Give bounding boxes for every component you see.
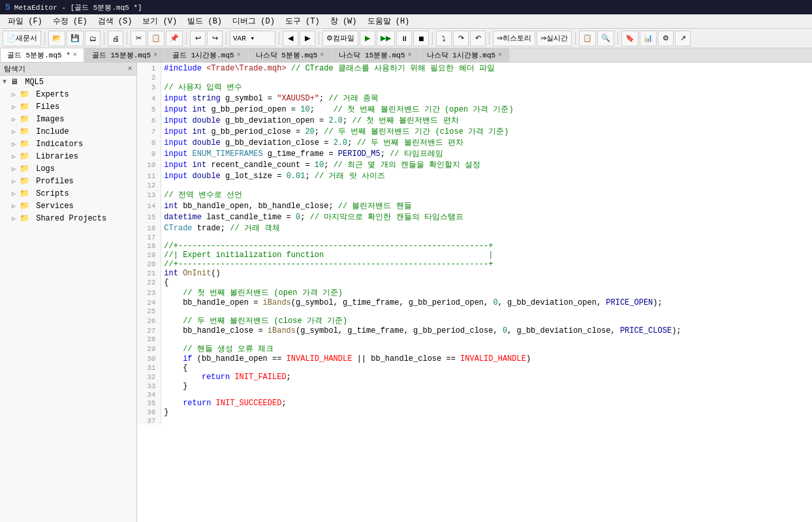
table-row: 25 <box>137 307 812 315</box>
tab-2[interactable]: 골드 1시간봉.mq5 × <box>165 48 248 62</box>
save-button[interactable]: 💾 <box>67 31 84 46</box>
open-button[interactable]: 📂 <box>48 31 65 46</box>
tab-1[interactable]: 골드 15분봉.mq5 × <box>85 48 164 62</box>
line-code <box>161 74 812 82</box>
menu-debug[interactable]: 디버그 (D) <box>227 14 280 28</box>
tab-3[interactable]: 나스닥 5분봉.mq5 × <box>249 48 332 62</box>
more-button[interactable]: 📊 <box>640 31 657 46</box>
run-button[interactable]: ▶ <box>360 31 375 46</box>
line-number: 14 <box>137 200 161 211</box>
search2-button[interactable]: 🔍 <box>597 31 614 46</box>
line-code: // 핸들 생성 오류 체크 <box>161 343 812 354</box>
sidebar-item-profiles[interactable]: ▷📁 Profiles <box>0 175 136 187</box>
sidebar-item-logs[interactable]: ▷📁 Logs <box>0 162 136 175</box>
title-bar: 5 MetaEditor - [골드 5분봉.mq5 *] <box>0 0 812 14</box>
sidebar-item-include[interactable]: ▷📁 Include <box>0 125 136 138</box>
tab-close-1[interactable]: × <box>153 52 157 59</box>
line-code: { <box>161 363 812 373</box>
next-button[interactable]: ▶ <box>300 31 315 46</box>
sidebar-item-services[interactable]: ▷📁 Services <box>0 200 136 212</box>
sidebar-close-button[interactable]: × <box>127 64 133 74</box>
line-code: input double g_bb_deviation_open = 2.0; … <box>161 115 812 126</box>
menu-edit[interactable]: 수정 (E) <box>48 14 93 28</box>
line-code: input int recent_candle_count = 10; // 최… <box>161 159 812 170</box>
line-number: 24 <box>137 298 161 307</box>
table-row: 21int OnInit() <box>137 269 812 278</box>
prev-button[interactable]: ◀ <box>283 31 298 46</box>
line-code: CTrade trade; // 거래 객체 <box>161 223 812 234</box>
sidebar-item-libraries[interactable]: ▷📁 Libraries <box>0 150 136 162</box>
step-over-button[interactable]: ↷ <box>453 31 469 46</box>
line-number: 36 <box>137 408 161 417</box>
menu-build[interactable]: 빌드 (B) <box>182 14 227 28</box>
menu-search[interactable]: 검색 (S) <box>93 14 138 28</box>
step-button[interactable]: ⤵ <box>436 31 452 46</box>
print-button[interactable]: 🖨 <box>108 31 123 46</box>
new-doc-button[interactable]: 📄 새문서 <box>3 31 41 46</box>
paste-button[interactable]: 📌 <box>166 31 183 46</box>
redo-button[interactable]: ↪ <box>207 31 223 46</box>
line-number: 16 <box>137 223 161 234</box>
line-code: bb_handle_open = iBands(g_symbol, g_time… <box>161 298 812 307</box>
tab-close-3[interactable]: × <box>320 52 324 59</box>
tab-0[interactable]: 골드 5분봉.mq5 * × <box>0 48 84 63</box>
menu-file[interactable]: 파일 (F) <box>3 14 48 28</box>
toolbar-separator-7 <box>319 32 319 45</box>
menu-tools[interactable]: 도구 (T) <box>280 14 325 28</box>
table-row: 20//+-----------------------------------… <box>137 260 812 269</box>
tab-close-5[interactable]: × <box>498 52 502 59</box>
toolbar-separator-2 <box>104 32 104 45</box>
menu-view[interactable]: 보기 (V) <box>137 14 182 28</box>
table-row: 26 // 두 번째 볼린저밴드 (close 가격 기준) <box>137 315 812 326</box>
sidebar-item-images[interactable]: ▷📁 Images <box>0 113 136 125</box>
line-number: 23 <box>137 287 161 298</box>
share-button[interactable]: ↗ <box>675 31 691 46</box>
sidebar-item-experts[interactable]: ▷📁 Experts <box>0 88 136 100</box>
history-icon: ⇒ <box>497 34 503 42</box>
sidebar-item-scripts[interactable]: ▷📁 Scripts <box>0 187 136 200</box>
menu-window[interactable]: 창 (W) <box>325 14 362 28</box>
line-code: int bb_handle_open, bb_handle_close; // … <box>161 200 812 211</box>
table-row: 7input int g_bb_period_close = 20; // 두 … <box>137 126 812 137</box>
cut-button[interactable]: ✂ <box>131 31 146 46</box>
copy2-button[interactable]: 📋 <box>579 31 596 46</box>
step-back-button[interactable]: ↶ <box>470 31 486 46</box>
realtime-button[interactable]: ⇒ 실시간 <box>537 31 572 46</box>
menu-help[interactable]: 도움말 (H) <box>362 14 415 28</box>
sidebar-item-mql5[interactable]: ▼🖥 MQL5 <box>0 76 136 88</box>
pause-button[interactable]: ⏸ <box>396 31 412 46</box>
history-button[interactable]: ⇒ 히스토리 <box>493 31 535 46</box>
table-row: 27 bb_handle_close = iBands(g_symbol, g_… <box>137 326 812 335</box>
line-number: 7 <box>137 126 161 137</box>
table-row: 32 return INIT_FAILED; <box>137 373 812 382</box>
tab-close-0[interactable]: × <box>73 52 77 59</box>
sidebar-item-indicators[interactable]: ▷📁 Indicators <box>0 138 136 150</box>
line-number: 27 <box>137 326 161 335</box>
undo-button[interactable]: ↩ <box>190 31 206 46</box>
copy-button[interactable]: 📋 <box>148 31 164 46</box>
line-code: #include <Trade\Trade.mqh> // CTrade 클래스… <box>161 63 812 74</box>
compile-button[interactable]: ⚙ 컴파일 <box>322 31 358 46</box>
line-number: 31 <box>137 363 161 373</box>
line-code: datetime last_candle_time = 0; // 마지막으로 … <box>161 211 812 223</box>
line-number: 18 <box>137 241 161 251</box>
stop-button[interactable]: ⏹ <box>413 31 429 46</box>
var-dropdown[interactable]: VAR ▾ <box>230 31 275 46</box>
settings-button[interactable]: ⚙ <box>658 31 674 46</box>
tab-4[interactable]: 나스닥 15분봉.mq5 × <box>332 48 418 62</box>
sidebar-item-files[interactable]: ▷📁 Files <box>0 100 136 113</box>
table-row: 24 bb_handle_open = iBands(g_symbol, g_t… <box>137 298 812 307</box>
tab-close-2[interactable]: × <box>237 52 241 59</box>
bookmark-button[interactable]: 🔖 <box>621 31 638 46</box>
code-editor[interactable]: 1#include <Trade\Trade.mqh> // CTrade 클래… <box>137 63 812 522</box>
run-fast-button[interactable]: ▶▶ <box>377 31 395 46</box>
line-code: // 사용자 입력 변수 <box>161 82 812 93</box>
save-all-button[interactable]: 🗂 <box>85 31 101 46</box>
sidebar-item-shared-projects[interactable]: ▷📁 Shared Projects <box>0 212 136 224</box>
line-number: 26 <box>137 315 161 326</box>
tab-close-4[interactable]: × <box>408 52 412 59</box>
tab-5[interactable]: 나스닥 1시간봉.mq5 × <box>420 48 510 62</box>
line-code: input int g_bb_period_open = 10; // 첫 번째… <box>161 104 812 115</box>
line-number: 13 <box>137 189 161 200</box>
tab-bar: 골드 5분봉.mq5 * × 골드 15분봉.mq5 × 골드 1시간봉.mq5… <box>0 48 812 63</box>
